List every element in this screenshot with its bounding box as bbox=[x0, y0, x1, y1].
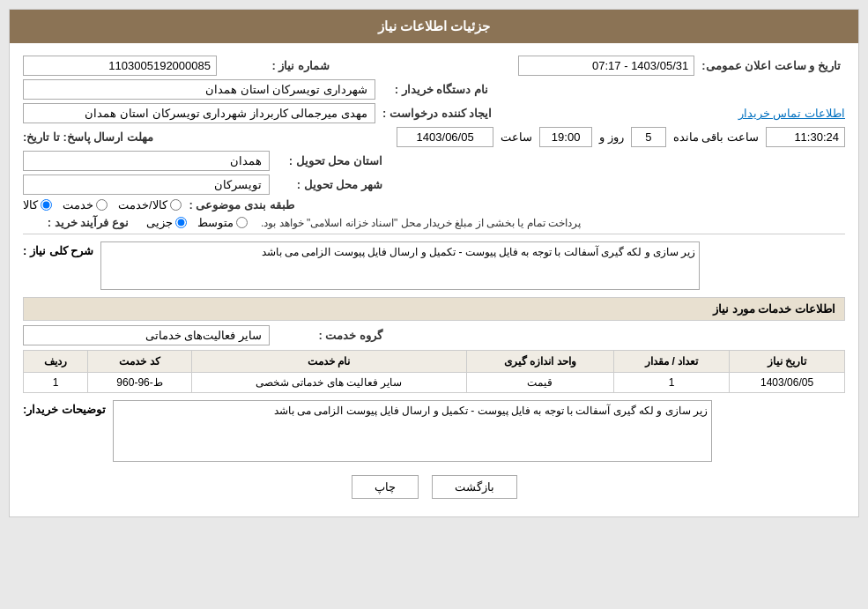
purchase-type-radio-partial[interactable] bbox=[175, 217, 187, 228]
buyer-desc-section: زیر سازی و لکه گیری آسفالت با توجه به فا… bbox=[23, 400, 845, 462]
category-label-kala: کالا bbox=[23, 198, 38, 212]
col-date: تاریخ نیاز bbox=[730, 351, 845, 373]
creator-label: ایجاد کننده درخواست : bbox=[382, 107, 492, 120]
buttons-row: بازگشت چاپ bbox=[23, 475, 845, 499]
announcement-label: تاریخ و ساعت اعلان عمومی: bbox=[701, 59, 841, 72]
table-row: 1403/06/05 1 قیمت سایر فعالیت های خدماتی… bbox=[24, 373, 845, 393]
col-code: کد خدمت bbox=[88, 351, 192, 373]
city-value: تویسرکان bbox=[23, 175, 270, 195]
city-row: شهر محل تحویل : تویسرکان bbox=[23, 175, 845, 195]
province-value: همدان bbox=[23, 151, 270, 171]
page-title: جزئیات اطلاعات نیاز bbox=[378, 19, 490, 33]
purchase-type-option-partial: جزیی bbox=[146, 216, 187, 229]
cell-code: ط-96-960 bbox=[88, 373, 192, 393]
purchase-type-radio-group: متوسط جزیی bbox=[146, 216, 248, 229]
services-table: تاریخ نیاز تعداد / مقدار واحد اندازه گیر… bbox=[23, 350, 845, 393]
content-area: تاریخ و ساعت اعلان عمومی: 1403/05/31 - 0… bbox=[10, 43, 858, 516]
purchase-type-radio-medium[interactable] bbox=[236, 217, 248, 228]
back-button[interactable]: بازگشت bbox=[432, 475, 517, 499]
category-option-kala: کالا bbox=[23, 198, 52, 212]
need-number-label: شماره نیاز : bbox=[224, 59, 330, 72]
col-row: ردیف bbox=[24, 351, 88, 373]
day-value: 5 bbox=[631, 127, 666, 147]
purchase-type-row: پرداخت تمام یا بخشی از مبلغ خریدار محل "… bbox=[23, 216, 845, 229]
print-button[interactable]: چاپ bbox=[352, 475, 419, 499]
col-unit: واحد اندازه گیری bbox=[466, 351, 614, 373]
category-radio-khedmat[interactable] bbox=[96, 199, 108, 211]
time-value: 19:00 bbox=[539, 127, 592, 147]
col-name: نام خدمت bbox=[192, 351, 467, 373]
buyer-org-value: شهرداری تویسرکان استان همدان bbox=[23, 79, 375, 100]
purchase-type-label-partial: جزیی bbox=[146, 216, 173, 229]
province-row: استان محل تحویل : همدان bbox=[23, 151, 845, 171]
cell-unit: قیمت bbox=[466, 373, 614, 393]
description-label: شرح کلی نیاز : bbox=[23, 241, 93, 257]
creator-row: اطلاعات تماس خریدار ایجاد کننده درخواست … bbox=[23, 103, 845, 123]
category-row: طبقه بندی موضوعی : کالا/خدمت خدمت کالا bbox=[23, 198, 845, 212]
service-group-label: گروه خدمت : bbox=[277, 329, 382, 342]
cell-date: 1403/06/05 bbox=[730, 373, 845, 393]
deadline-label: مهلت ارسال پاسخ: تا تاریخ: bbox=[23, 130, 153, 144]
buyer-desc-textarea[interactable]: زیر سازی و لکه گیری آسفالت با توجه به فا… bbox=[113, 400, 712, 462]
page-container: جزئیات اطلاعات نیاز تاریخ و ساعت اعلان ع… bbox=[9, 9, 859, 517]
need-number-row: تاریخ و ساعت اعلان عمومی: 1403/05/31 - 0… bbox=[23, 56, 845, 76]
category-radio-kala[interactable] bbox=[41, 199, 52, 211]
buyer-org-label: نام دستگاه خریدار : bbox=[382, 83, 488, 96]
contact-info-link[interactable]: اطلاعات تماس خریدار bbox=[738, 107, 845, 120]
page-header: جزئیات اطلاعات نیاز bbox=[10, 10, 858, 43]
category-option-kala-khedmat: کالا/خدمت bbox=[118, 198, 182, 212]
day-label: روز و bbox=[599, 130, 624, 144]
deadline-date-value: 1403/06/05 bbox=[397, 127, 493, 147]
need-number-value: 1103005192000085 bbox=[23, 56, 217, 76]
remaining-time-value: 11:30:24 bbox=[766, 127, 845, 147]
category-option-khedmat: خدمت bbox=[63, 198, 108, 212]
col-quantity: تعداد / مقدار bbox=[614, 351, 730, 373]
services-section-header: اطلاعات خدمات مورد نیاز bbox=[23, 297, 845, 321]
divider-1 bbox=[23, 234, 845, 234]
cell-row-num: 1 bbox=[24, 373, 88, 393]
creator-value: مهدی میرجمالی کاربرداز شهرداری تویسرکان … bbox=[23, 103, 375, 123]
buyer-org-row: نام دستگاه خریدار : شهرداری تویسرکان است… bbox=[23, 79, 845, 100]
time-label: ساعت bbox=[501, 130, 532, 144]
category-label: طبقه بندی موضوعی : bbox=[189, 198, 294, 212]
province-label: استان محل تحویل : bbox=[277, 154, 382, 167]
city-label: شهر محل تحویل : bbox=[277, 178, 382, 191]
category-radio-group: کالا/خدمت خدمت کالا bbox=[23, 198, 182, 212]
cell-quantity: 1 bbox=[614, 373, 730, 393]
service-group-value: سایر فعالیت‌های خدماتی bbox=[23, 325, 270, 345]
remaining-label: ساعت باقی مانده bbox=[673, 130, 759, 144]
description-textarea[interactable]: زیر سازی و لکه گیری آسفالت با توجه به فا… bbox=[100, 241, 700, 290]
deadline-row: 11:30:24 ساعت باقی مانده 5 روز و 19:00 س… bbox=[23, 127, 845, 147]
category-radio-kala-khedmat[interactable] bbox=[170, 199, 182, 211]
purchase-type-desc: پرداخت تمام یا بخشی از مبلغ خریدار محل "… bbox=[261, 217, 581, 229]
category-label-kala-khedmat: کالا/خدمت bbox=[118, 198, 167, 212]
announcement-value: 1403/05/31 - 07:17 bbox=[518, 56, 694, 76]
description-section: زیر سازی و لکه گیری آسفالت با توجه به فا… bbox=[23, 241, 845, 290]
cell-name: سایر فعالیت های خدماتی شخصی bbox=[192, 373, 467, 393]
purchase-type-label-medium: متوسط bbox=[197, 216, 234, 229]
service-group-row: گروه خدمت : سایر فعالیت‌های خدماتی bbox=[23, 325, 845, 345]
purchase-type-option-medium: متوسط bbox=[197, 216, 248, 229]
purchase-type-label: نوع فرآیند خرید : bbox=[23, 216, 129, 229]
buyer-desc-label: توضیحات خریدار: bbox=[23, 400, 106, 416]
category-label-khedmat: خدمت bbox=[63, 198, 93, 212]
